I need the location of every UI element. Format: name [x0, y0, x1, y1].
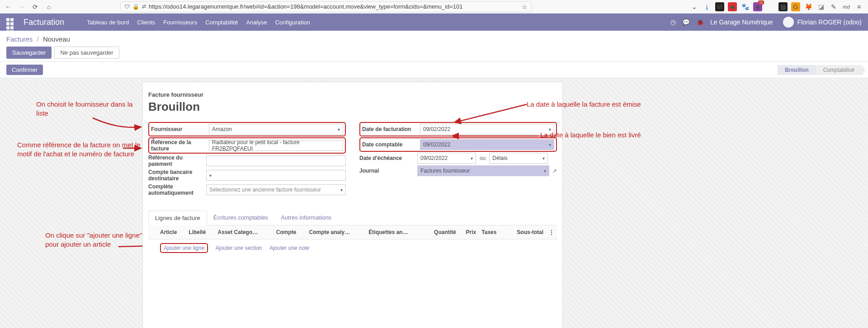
- label-ref: Référence de la facture: [151, 139, 209, 152]
- input-fournisseur[interactable]: Amazon: [209, 124, 343, 135]
- menu-accounting[interactable]: Comptabilité: [205, 19, 238, 26]
- stage-posted[interactable]: Comptabilisé: [816, 65, 862, 75]
- menu-vendors[interactable]: Fournisseurs: [163, 19, 197, 26]
- breadcrumb-root[interactable]: Factures: [6, 35, 33, 43]
- menu-config[interactable]: Configuration: [275, 19, 310, 26]
- home-icon[interactable]: ⌂: [43, 1, 54, 12]
- form-subtitle: Facture fournisseur: [148, 91, 557, 98]
- label-invoice-date: Date de facturation: [362, 126, 420, 132]
- menu-customers[interactable]: Clients: [137, 19, 155, 26]
- input-autocomplete[interactable]: Sélectionnez une ancienne facture fourni…: [206, 184, 346, 195]
- annotation-supplier: On choisit le fournisseur dans la liste: [36, 100, 142, 118]
- input-ref[interactable]: Radiateur pour le petit local - facture …: [209, 140, 343, 151]
- th-subtotal: Sous-total: [505, 225, 546, 239]
- ext-bitwarden-icon[interactable]: ◆11: [753, 2, 762, 11]
- invoice-lines-table: Article Libellé Asset Catego… Compte Com…: [148, 225, 557, 284]
- pocket-icon[interactable]: ⌄: [690, 2, 699, 11]
- main-menu: Tableau de bord Clients Fournisseurs Com…: [87, 19, 310, 26]
- company-name[interactable]: Le Garage Numérique: [710, 19, 773, 26]
- th-price: Prix: [459, 225, 479, 239]
- clock-icon[interactable]: ◷: [670, 19, 676, 26]
- lock-icon: 🔒: [132, 4, 139, 10]
- journal-external-icon[interactable]: ↗: [552, 168, 557, 174]
- tab-entries[interactable]: Écritures comptables: [207, 211, 274, 225]
- input-due-date[interactable]: 09/02/2022: [417, 153, 476, 164]
- browser-toolbar: ← → ⟳ ⌂ 🛡 🔒 ⇄ https://odoo14.legaragenum…: [0, 0, 868, 14]
- menu-dashboard[interactable]: Tableau de bord: [87, 19, 129, 26]
- extensions-tray: ⌄ ⭳ M ◆ 🐾 ◆11 ▦ G 🦊 ◪ ✎ md ≡: [690, 2, 865, 11]
- breadcrumb: Factures / Nouveau: [6, 35, 862, 43]
- status-bar: Confirmer Brouillon Comptabilisé: [0, 62, 868, 78]
- add-note-link[interactable]: Ajouter une note: [269, 245, 309, 251]
- user-name: Florian ROGER (odoo): [797, 19, 862, 26]
- form-area: On choisit le fournisseur dans la liste …: [0, 78, 868, 328]
- input-payment-terms[interactable]: Délais: [489, 153, 548, 164]
- ext-gap: [766, 2, 775, 11]
- th-kebab[interactable]: ⋮: [546, 225, 557, 239]
- url-bar[interactable]: 🛡 🔒 ⇄ https://odoo14.legaragenumerique.f…: [120, 1, 532, 12]
- download-icon[interactable]: ⭳: [703, 2, 712, 11]
- form-right-col: Date de facturation 09/02/2022 Date comp…: [359, 122, 557, 197]
- annotations-left: On choisit le fournisseur dans la liste …: [0, 82, 142, 328]
- input-invoice-date[interactable]: 09/02/2022: [420, 124, 554, 135]
- label-journal: Journal: [359, 168, 417, 174]
- form-title: Brouillon: [148, 100, 557, 114]
- input-journal[interactable]: Factures fournisseur: [417, 165, 549, 176]
- th-analytic: Compte analy…: [307, 225, 366, 239]
- label-autocomplete: Complète automatiquement: [148, 183, 206, 196]
- th-qty: Quantité: [424, 225, 459, 239]
- odoo-navbar: Facturation Tableau de bord Clients Four…: [0, 14, 868, 31]
- tab-other[interactable]: Autres informations: [274, 211, 338, 225]
- th-article: Article: [157, 225, 186, 239]
- discard-button[interactable]: Ne pas sauvegarder: [54, 47, 119, 59]
- hamburger-icon[interactable]: ≡: [854, 2, 863, 11]
- th-label: Libellé: [186, 225, 215, 239]
- back-icon[interactable]: ←: [3, 1, 14, 12]
- bookmark-icon[interactable]: ☆: [522, 3, 528, 10]
- chat-icon[interactable]: 💬: [682, 19, 690, 26]
- input-accounting-date[interactable]: 09/02/2022: [420, 139, 554, 150]
- menu-analysis[interactable]: Analyse: [246, 19, 267, 26]
- forward-icon[interactable]: →: [16, 1, 27, 12]
- input-bank[interactable]: [206, 170, 346, 181]
- external-link-icon[interactable]: ↗: [150, 136, 155, 143]
- label-fournisseur: Fournisseur: [151, 126, 209, 132]
- ext-toggle-icon[interactable]: ◪: [816, 2, 826, 11]
- form-sheet: Facture fournisseur Brouillon Fournisseu…: [142, 82, 563, 328]
- label-payref: Référence du paiement: [148, 155, 206, 167]
- avatar: [783, 17, 794, 28]
- ext-m-icon[interactable]: M: [715, 2, 724, 11]
- add-section-link[interactable]: Ajouter une section: [216, 245, 262, 251]
- ext-fox-icon[interactable]: 🦊: [804, 2, 813, 11]
- ublock-icon[interactable]: ◆: [728, 2, 737, 11]
- ext-cal-icon[interactable]: ▦: [778, 2, 788, 11]
- th-asset: Asset Catego…: [215, 225, 274, 239]
- add-line-link[interactable]: Ajouter une ligne: [160, 243, 208, 253]
- save-button[interactable]: Sauvegarder: [6, 47, 52, 59]
- app-name[interactable]: Facturation: [24, 18, 64, 27]
- tab-lines[interactable]: Lignes de facture: [148, 211, 207, 225]
- control-panel: Factures / Nouveau Sauvegarder Ne pas sa…: [0, 31, 868, 62]
- user-menu[interactable]: Florian ROGER (odoo): [783, 17, 862, 28]
- debug-icon[interactable]: 🐞: [696, 19, 704, 26]
- input-payref[interactable]: [206, 155, 346, 166]
- reload-icon[interactable]: ⟳: [30, 1, 41, 12]
- annotation-addline: On clique sur "ajouter une ligne" pour a…: [45, 231, 142, 249]
- url-text: https://odoo14.legaragenumerique.fr/web#…: [149, 3, 463, 10]
- label-bank: Compte bancaire destinataire: [148, 169, 206, 182]
- ext-picker-icon[interactable]: ✎: [829, 2, 838, 11]
- confirm-button[interactable]: Confirmer: [6, 65, 43, 75]
- apps-icon[interactable]: [6, 18, 14, 26]
- ext-g-icon[interactable]: G: [791, 2, 800, 11]
- due-or-text: ou: [480, 155, 486, 161]
- stage-draft[interactable]: Brouillon: [778, 65, 816, 75]
- th-tags: Étiquettes an…: [366, 225, 424, 239]
- ext-md-icon[interactable]: md: [842, 2, 851, 11]
- th-taxes: Taxes: [479, 225, 505, 239]
- statusbar-stages: Brouillon Comptabilisé: [778, 65, 862, 75]
- annotation-reference: Comme référence de la facture on met le …: [17, 141, 142, 159]
- form-left-col: Fournisseur Amazon ↗ Référence de la fac…: [148, 122, 346, 197]
- label-accounting-date: Date comptable: [362, 141, 420, 148]
- tabs: Lignes de facture Écritures comptables A…: [148, 211, 557, 225]
- ext-foot-icon[interactable]: 🐾: [741, 2, 750, 11]
